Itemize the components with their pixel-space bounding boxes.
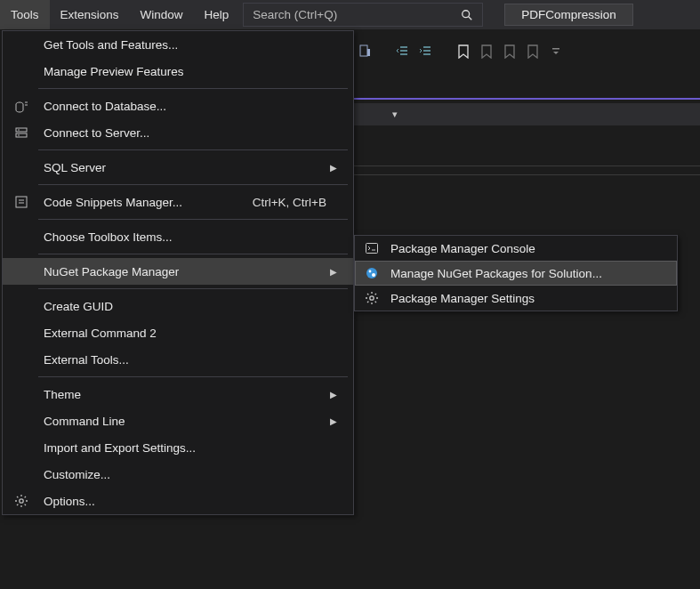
- menuitem-command-line[interactable]: Command Line ▶: [3, 407, 353, 434]
- menu-separator: [38, 219, 348, 220]
- svg-line-1: [469, 16, 472, 20]
- menuitem-label: Get Tools and Features...: [44, 38, 178, 52]
- submenu-arrow-icon: ▶: [330, 416, 344, 426]
- svg-rect-6: [16, 133, 27, 137]
- menuitem-customize[interactable]: Customize...: [3, 461, 353, 488]
- menuitem-label: Theme: [44, 388, 81, 401]
- menuitem-label: Manage NuGet Packages for Solution...: [390, 267, 602, 280]
- menu-bar: Tools Extensions Window Help Search (Ctr…: [0, 0, 700, 30]
- menuitem-manage-preview[interactable]: Manage Preview Features: [3, 58, 353, 85]
- svg-point-13: [369, 270, 372, 273]
- menuitem-import-export-settings[interactable]: Import and Export Settings...: [3, 434, 353, 461]
- gear-icon: [13, 493, 29, 509]
- panel-divider-2: [354, 174, 700, 175]
- server-icon: [13, 125, 29, 141]
- menuitem-sql-server[interactable]: SQL Server ▶: [3, 154, 353, 181]
- menu-extensions[interactable]: Extensions: [50, 0, 130, 29]
- nuget-package-icon: [364, 265, 380, 281]
- menuitem-label: Package Manager Settings: [390, 292, 535, 305]
- menuitem-shortcut: Ctrl+K, Ctrl+B: [253, 196, 344, 209]
- menu-separator: [38, 288, 348, 289]
- toolbar: [356, 34, 566, 69]
- menu-separator: [38, 184, 348, 185]
- submenu-arrow-icon: ▶: [330, 267, 344, 277]
- menuitem-label: External Tools...: [44, 353, 129, 367]
- menuitem-label: Create GUID: [44, 300, 113, 313]
- svg-point-0: [463, 10, 470, 17]
- nav-dropdown-arrow[interactable]: ▾: [392, 109, 398, 120]
- menuitem-label: Import and Export Settings...: [44, 441, 196, 455]
- search-placeholder: Search (Ctrl+Q): [253, 8, 337, 21]
- menu-tools[interactable]: Tools: [0, 0, 50, 29]
- svg-point-15: [370, 296, 374, 300]
- menu-separator: [38, 254, 348, 254]
- submenu-arrow-icon: ▶: [330, 163, 344, 173]
- menuitem-package-manager-settings[interactable]: Package Manager Settings: [355, 286, 677, 311]
- menuitem-label: NuGet Package Manager: [44, 265, 179, 278]
- menuitem-connect-database[interactable]: Connect to Database...: [3, 93, 353, 119]
- menuitem-label: Connect to Server...: [44, 126, 149, 140]
- menuitem-label: Command Line: [44, 415, 125, 428]
- outdent-button[interactable]: [393, 42, 413, 61]
- svg-point-7: [18, 129, 20, 131]
- nav-strip: ▾: [354, 103, 700, 126]
- menuitem-external-tools[interactable]: External Tools...: [3, 346, 353, 373]
- menuitem-label: Options...: [44, 495, 95, 508]
- toolbar-overflow-button[interactable]: [546, 42, 566, 61]
- nuget-submenu: Package Manager Console Manage NuGet Pac…: [354, 235, 678, 311]
- svg-point-14: [372, 273, 375, 277]
- menuitem-external-command-2[interactable]: External Command 2: [3, 319, 353, 346]
- svg-point-12: [366, 268, 377, 278]
- menuitem-label: External Command 2: [44, 327, 157, 340]
- menu-separator: [38, 88, 348, 89]
- snippet-icon: [13, 194, 29, 210]
- search-box[interactable]: Search (Ctrl+Q): [243, 3, 483, 27]
- svg-rect-11: [366, 244, 378, 254]
- submenu-arrow-icon: ▶: [330, 390, 344, 399]
- tools-dropdown: Get Tools and Features... Manage Preview…: [2, 30, 354, 515]
- menuitem-label: SQL Server: [44, 161, 106, 174]
- menuitem-connect-server[interactable]: Connect to Server...: [3, 119, 353, 146]
- solution-dropdown[interactable]: PDFCompression: [504, 4, 633, 26]
- menuitem-get-tools[interactable]: Get Tools and Features...: [3, 31, 353, 58]
- menuitem-code-snippets[interactable]: Code Snippets Manager... Ctrl+K, Ctrl+B: [3, 189, 353, 215]
- menu-separator: [38, 149, 348, 150]
- menuitem-label: Manage Preview Features: [44, 65, 184, 78]
- svg-rect-3: [367, 49, 370, 56]
- menuitem-create-guid[interactable]: Create GUID: [3, 293, 353, 319]
- menuitem-label: Code Snippets Manager...: [44, 196, 182, 209]
- svg-point-10: [20, 499, 23, 503]
- svg-rect-2: [360, 45, 367, 56]
- svg-point-8: [18, 134, 20, 136]
- bookmark-next-button[interactable]: [500, 42, 519, 61]
- search-icon: [461, 9, 473, 21]
- svg-rect-4: [552, 48, 559, 50]
- gear-icon: [364, 290, 380, 306]
- svg-rect-9: [16, 197, 27, 207]
- bookmark-prev-button[interactable]: [477, 42, 496, 61]
- toolbar-button-1[interactable]: [356, 42, 375, 61]
- svg-rect-5: [16, 128, 27, 132]
- menuitem-options[interactable]: Options...: [3, 488, 353, 514]
- menu-window[interactable]: Window: [130, 0, 194, 29]
- menuitem-choose-toolbox[interactable]: Choose Toolbox Items...: [3, 223, 353, 250]
- tab-underline: [354, 98, 700, 100]
- bookmark-clear-button[interactable]: [523, 42, 543, 61]
- panel-divider-1: [354, 165, 700, 166]
- bookmark-toggle-button[interactable]: [454, 42, 473, 61]
- menuitem-package-manager-console[interactable]: Package Manager Console: [355, 236, 677, 261]
- solution-name-label: PDFCompression: [521, 8, 616, 21]
- menuitem-nuget-package-manager[interactable]: NuGet Package Manager ▶: [3, 258, 353, 285]
- menuitem-theme[interactable]: Theme ▶: [3, 381, 353, 407]
- menuitem-label: Choose Toolbox Items...: [44, 230, 173, 244]
- menuitem-label: Customize...: [44, 468, 110, 481]
- menuitem-label: Package Manager Console: [390, 242, 535, 255]
- indent-button[interactable]: [416, 42, 436, 61]
- menu-separator: [38, 376, 348, 377]
- menu-help[interactable]: Help: [194, 0, 240, 29]
- database-icon: [13, 98, 29, 114]
- menuitem-manage-nuget-packages[interactable]: Manage NuGet Packages for Solution...: [355, 261, 677, 286]
- menuitem-label: Connect to Database...: [44, 100, 166, 113]
- console-icon: [364, 240, 380, 256]
